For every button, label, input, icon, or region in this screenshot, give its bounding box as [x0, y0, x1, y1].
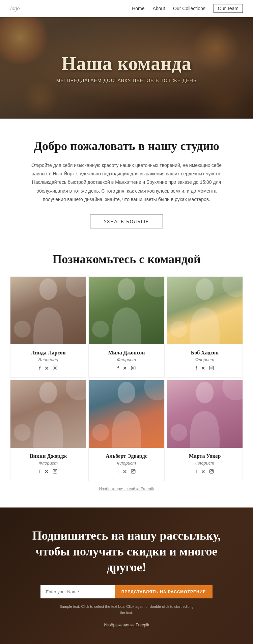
x-icon[interactable]: ✕: [45, 469, 49, 474]
x-icon[interactable]: ✕: [201, 469, 205, 474]
welcome-text: Откройте для себя изысканную красоту наш…: [29, 161, 224, 204]
svg-point-3: [56, 367, 56, 367]
svg-point-11: [213, 367, 213, 367]
instagram-icon[interactable]: [131, 366, 136, 371]
welcome-title: Добро пожаловать в нашу студию: [27, 139, 226, 153]
nav-about[interactable]: About: [152, 6, 165, 11]
newsletter-submit-button[interactable]: ПРЕДСТАВЛЯТЬ НА РАССМОТРЕНИЕ: [115, 585, 213, 598]
team-photo: [167, 277, 243, 344]
svg-point-0: [39, 278, 57, 300]
logo: logo: [10, 5, 20, 11]
svg-rect-1: [53, 366, 57, 370]
team-member-name: Боб Хадсон: [171, 350, 238, 356]
svg-point-8: [196, 278, 214, 300]
team-photo: [10, 277, 86, 344]
svg-point-22: [211, 471, 213, 472]
instagram-icon[interactable]: [53, 366, 57, 371]
svg-point-7: [134, 367, 135, 367]
nav-collections[interactable]: Our Collections: [173, 6, 205, 11]
svg-point-19: [134, 470, 135, 470]
team-section: Познакомьтесь с командой Линда ЛарсонВла…: [0, 245, 253, 507]
x-icon[interactable]: ✕: [45, 366, 49, 371]
team-card: Мила ДжонсонФлористf✕: [88, 276, 165, 378]
team-member-name: Альберт Эдвардс: [93, 453, 160, 459]
team-member-name: Линда Ларсон: [15, 350, 82, 356]
person-silhouette: [24, 277, 73, 344]
team-photo: [10, 380, 86, 448]
team-photo: [89, 380, 164, 448]
instagram-icon[interactable]: [131, 469, 136, 475]
instagram-icon[interactable]: [209, 366, 214, 371]
nav-home[interactable]: Home: [132, 6, 144, 11]
newsletter-input[interactable]: [40, 585, 115, 598]
facebook-icon[interactable]: f: [39, 366, 40, 371]
team-info: Боб ХадсонФлористf✕: [167, 344, 243, 377]
team-member-name: Викки Джордж: [15, 453, 82, 459]
svg-point-16: [118, 382, 135, 403]
facebook-icon[interactable]: f: [117, 469, 119, 474]
team-social-links: f✕: [93, 366, 160, 371]
team-info: Линда ЛарсонВладелецf✕: [10, 344, 86, 377]
learn-more-button[interactable]: УЗНАТЬ БОЛЬШЕ: [90, 215, 163, 228]
freepik-note: Изображения с сайта Freepik: [10, 481, 243, 494]
team-member-role: Флорист: [93, 461, 160, 466]
svg-point-14: [54, 471, 56, 472]
x-icon[interactable]: ✕: [123, 366, 127, 371]
team-social-links: f✕: [171, 366, 238, 371]
newsletter-disclaimer: Sample text. Click to select the text bo…: [59, 604, 194, 616]
team-member-role: Владелец: [15, 357, 82, 362]
newsletter-freepik: Изображения из Freepik: [27, 623, 226, 627]
team-member-role: Флорист: [171, 461, 238, 466]
svg-rect-9: [209, 366, 214, 370]
team-photo: [167, 380, 243, 448]
hero-content: Наша команда МЫ ПРЕДЛАГАЕМ ДОСТАВКУ ЦВЕТ…: [56, 53, 197, 83]
facebook-icon[interactable]: f: [196, 366, 197, 371]
svg-point-23: [213, 470, 213, 470]
newsletter-title: Подпишитесь на нашу рассыльку, чтобы пол…: [27, 528, 226, 575]
team-social-links: f✕: [93, 469, 160, 475]
svg-point-18: [133, 471, 134, 472]
team-card: Линда ЛарсонВладелецf✕: [10, 276, 86, 378]
person-silhouette: [180, 380, 229, 448]
team-info: Мила ДжонсонФлористf✕: [89, 344, 164, 377]
svg-point-6: [133, 367, 134, 369]
team-card: Марта УокерФлористf✕: [167, 380, 243, 481]
team-member-role: Флорист: [93, 357, 160, 362]
team-member-role: Флорист: [15, 461, 82, 466]
team-info: Марта УокерФлористf✕: [167, 448, 243, 481]
newsletter-form: ПРЕДСТАВЛЯТЬ НА РАССМОТРЕНИЕ: [27, 585, 226, 598]
svg-point-4: [118, 278, 135, 300]
team-card: Альберт ЭдвардсФлористf✕: [88, 380, 165, 481]
svg-rect-13: [53, 469, 57, 473]
svg-point-10: [211, 367, 213, 369]
instagram-icon[interactable]: [53, 469, 57, 475]
navigation: logo Home About Our Collections Our Team: [0, 0, 253, 17]
team-photo: [89, 277, 164, 344]
svg-point-12: [39, 382, 57, 403]
newsletter-section: Подпишитесь на нашу рассыльку, чтобы пол…: [0, 507, 253, 644]
team-social-links: f✕: [15, 469, 82, 475]
team-member-name: Мила Джонсон: [93, 350, 160, 356]
hero-section: Наша команда МЫ ПРЕДЛАГАЕМ ДОСТАВКУ ЦВЕТ…: [0, 17, 253, 119]
team-card: Викки ДжорджФлористf✕: [10, 380, 86, 481]
svg-rect-21: [209, 469, 214, 473]
nav-our-team[interactable]: Our Team: [214, 4, 243, 13]
facebook-icon[interactable]: f: [196, 469, 197, 474]
facebook-icon[interactable]: f: [117, 366, 119, 371]
svg-rect-5: [131, 366, 135, 370]
hero-title: Наша команда: [56, 53, 197, 74]
welcome-section: Добро пожаловать в нашу студию Откройте …: [0, 119, 253, 245]
svg-point-20: [196, 382, 214, 403]
team-card: Боб ХадсонФлористf✕: [167, 276, 243, 378]
x-icon[interactable]: ✕: [123, 469, 127, 474]
nav-links: Home About Our Collections Our Team: [132, 4, 243, 13]
team-grid: Линда ЛарсонВладелецf✕Мила ДжонсонФлорис…: [10, 276, 243, 481]
facebook-icon[interactable]: f: [39, 469, 40, 474]
svg-point-2: [54, 367, 56, 369]
svg-point-15: [56, 470, 56, 470]
x-icon[interactable]: ✕: [201, 366, 205, 371]
team-title: Познакомьтесь с командой: [10, 252, 243, 266]
person-silhouette: [180, 277, 229, 344]
instagram-icon[interactable]: [209, 469, 214, 475]
team-member-name: Марта Уокер: [171, 453, 238, 459]
